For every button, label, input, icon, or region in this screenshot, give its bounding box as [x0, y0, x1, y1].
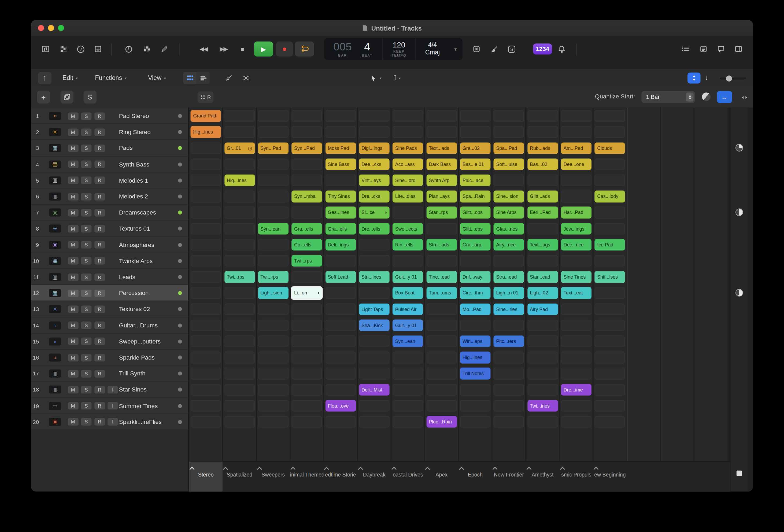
- loop-cell[interactable]: Dre...ime: [561, 384, 591, 395]
- scene-trigger[interactable]: Daybreak: [357, 461, 391, 492]
- scene-trigger[interactable]: New Frontier: [492, 461, 526, 492]
- empty-cell-slot[interactable]: [359, 416, 390, 428]
- empty-cell-slot[interactable]: [325, 335, 356, 347]
- loop-cell[interactable]: Circ...thm: [460, 287, 491, 299]
- loop-cell[interactable]: Sine...ries: [494, 303, 524, 315]
- empty-cell-slot[interactable]: [359, 400, 390, 412]
- pointer-tool-menu[interactable]: ▾: [370, 69, 382, 87]
- track-record-button[interactable]: R: [94, 338, 105, 345]
- empty-cell-slot[interactable]: [426, 110, 457, 122]
- track-header-row[interactable]: 17▥MSRTrill Synth: [31, 366, 188, 382]
- scene-trigger[interactable]: Sweepers: [256, 461, 290, 492]
- loop-cell[interactable]: Deli...ings: [325, 239, 356, 251]
- loop-cell[interactable]: Grand Pad: [191, 110, 221, 122]
- empty-cell-slot[interactable]: [494, 126, 524, 138]
- empty-cell-slot[interactable]: [460, 319, 491, 331]
- scene-play-chevron-icon[interactable]: [526, 466, 532, 470]
- empty-cell-slot[interactable]: [460, 400, 491, 412]
- track-header-row[interactable]: 10▦MSRTwinkle Arps: [31, 253, 188, 269]
- empty-cell-slot[interactable]: [494, 319, 524, 331]
- loop-cell[interactable]: Pluc...ace: [460, 174, 491, 186]
- empty-cell-slot[interactable]: [595, 384, 625, 395]
- track-solo-button[interactable]: S: [81, 321, 91, 329]
- track-record-button[interactable]: R: [94, 112, 105, 120]
- track-solo-button[interactable]: S: [81, 112, 91, 120]
- track-mute-button[interactable]: M: [68, 354, 78, 361]
- text-tool-menu[interactable]: I ▾: [394, 69, 400, 87]
- empty-cell-slot[interactable]: [595, 174, 625, 186]
- loop-cell[interactable]: Glitt...ads: [527, 191, 558, 202]
- track-record-button[interactable]: R: [94, 321, 105, 329]
- empty-cell-slot[interactable]: [191, 159, 221, 170]
- loop-cell[interactable]: Gra...ells: [292, 223, 322, 235]
- loop-cell[interactable]: Box Beat: [393, 287, 423, 299]
- loop-cell[interactable]: Glitt...ops: [460, 207, 491, 219]
- loop-cell[interactable]: Twi...rps: [224, 271, 255, 283]
- track-solo-button[interactable]: S: [81, 273, 91, 281]
- empty-cell-slot[interactable]: [393, 384, 423, 395]
- loop-cell[interactable]: Tiny Sines: [325, 191, 356, 202]
- track-mute-button[interactable]: M: [68, 418, 78, 426]
- loop-cell[interactable]: Spa...Pad: [494, 142, 524, 154]
- empty-cell-slot[interactable]: [191, 271, 221, 283]
- empty-cell-slot[interactable]: [393, 255, 423, 267]
- loop-cell[interactable]: Pian...ays: [426, 191, 457, 202]
- empty-cell-slot[interactable]: [191, 400, 221, 412]
- loop-cell[interactable]: Guit...y 01: [393, 271, 423, 283]
- track-solo-button[interactable]: S: [81, 144, 91, 152]
- empty-cell-slot[interactable]: [325, 384, 356, 395]
- track-header-row[interactable]: 14≈MSRGuitar...Drums: [31, 317, 188, 333]
- empty-cell-slot[interactable]: [527, 319, 558, 331]
- empty-cell-slot[interactable]: [460, 110, 491, 122]
- empty-cell-slot[interactable]: [595, 207, 625, 219]
- zoom-vertical-icon[interactable]: ↕: [705, 69, 708, 87]
- track-input-button[interactable]: I: [108, 402, 118, 410]
- empty-cell-slot[interactable]: [561, 352, 591, 363]
- track-mute-button[interactable]: M: [68, 177, 78, 184]
- loop-cell[interactable]: Syn...ean: [393, 335, 423, 347]
- track-header-row[interactable]: 2✳MSRRing Stereo: [31, 124, 188, 140]
- scene-trigger[interactable]: Epoch: [458, 461, 492, 492]
- loop-cell[interactable]: ◑Si...ce: [359, 207, 390, 219]
- scene-trigger[interactable]: edtime Storie: [324, 461, 357, 492]
- empty-cell-slot[interactable]: [494, 400, 524, 412]
- empty-cell-slot[interactable]: [595, 255, 625, 267]
- empty-cell-slot[interactable]: [224, 110, 255, 122]
- duplicate-track-button[interactable]: [61, 91, 74, 104]
- empty-cell-slot[interactable]: [258, 335, 288, 347]
- scene-trigger[interactable]: Amethyst: [526, 461, 560, 492]
- loop-cell[interactable]: Dec...nce: [561, 239, 591, 251]
- empty-cell-slot[interactable]: [325, 126, 356, 138]
- loop-cell[interactable]: Star...rps: [426, 207, 457, 219]
- stop-button[interactable]: ■: [235, 43, 250, 56]
- loop-cell[interactable]: Stru...ads: [426, 239, 457, 251]
- lcd-key-signature[interactable]: 4/4 Cmaj: [416, 38, 449, 60]
- track-solo-button[interactable]: S: [81, 418, 91, 426]
- track-record-button[interactable]: R: [94, 193, 105, 200]
- loop-cell[interactable]: Sine...ord: [393, 174, 423, 186]
- scene-play-chevron-icon[interactable]: [492, 466, 498, 470]
- empty-cell-slot[interactable]: [494, 352, 524, 363]
- loop-cell[interactable]: Glitt...eps: [460, 223, 491, 235]
- loop-cell[interactable]: Soft Lead: [325, 271, 356, 283]
- track-solo-button[interactable]: S: [81, 193, 91, 200]
- empty-cell-slot[interactable]: [359, 110, 390, 122]
- loop-cell[interactable]: Bas...e 01: [460, 159, 491, 170]
- track-mute-button[interactable]: M: [68, 144, 78, 152]
- scene-play-chevron-icon[interactable]: [593, 466, 599, 470]
- empty-cell-slot[interactable]: [292, 335, 322, 347]
- mixer-icon[interactable]: [140, 43, 153, 56]
- empty-cell-slot[interactable]: [258, 110, 288, 122]
- empty-cell-slot[interactable]: [561, 368, 591, 380]
- loop-cell[interactable]: Win...eps: [460, 335, 491, 347]
- loop-cell[interactable]: Pulsed Air: [393, 303, 423, 315]
- track-record-button[interactable]: R: [94, 241, 105, 249]
- empty-cell-slot[interactable]: [460, 384, 491, 395]
- track-solo-button[interactable]: S: [81, 225, 91, 232]
- empty-cell-slot[interactable]: [258, 159, 288, 170]
- track-header-row[interactable]: 19▭MSRISummer Tines: [31, 398, 188, 414]
- empty-cell-slot[interactable]: [224, 335, 255, 347]
- track-solo-button[interactable]: S: [81, 161, 91, 168]
- empty-cell-slot[interactable]: [561, 400, 591, 412]
- note-pads-icon[interactable]: [697, 43, 710, 56]
